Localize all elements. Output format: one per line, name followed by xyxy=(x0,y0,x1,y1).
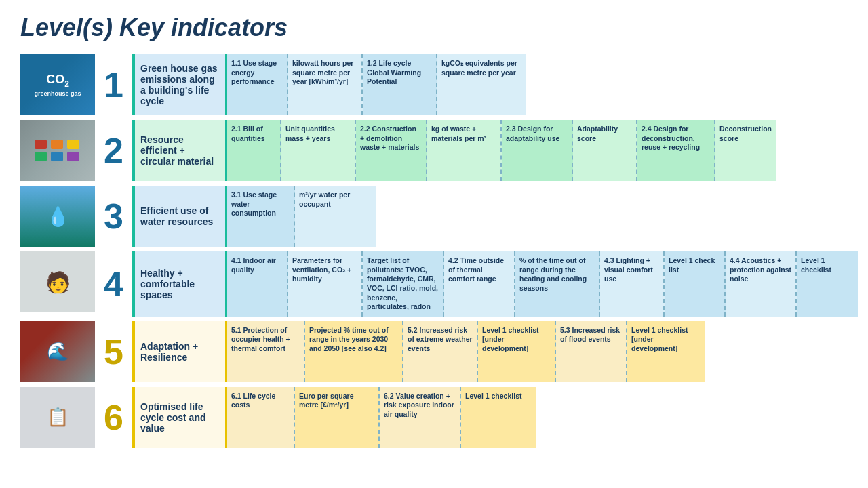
row-number-6: 6 xyxy=(95,387,132,448)
indicator-cell-4-8: Level 1 checklist xyxy=(797,251,858,317)
indicator-cell-5-5: Level 1 checklist [under development] xyxy=(627,321,705,382)
category-4: Healthy + comfortable spaces xyxy=(132,251,227,317)
indicator-cell-2-2: 2.2 Construction + demolition waste + ma… xyxy=(356,120,427,181)
row-number-2: 2 xyxy=(95,120,132,181)
indicators-2: 2.1 Bill of quantitiesUnit quantities ma… xyxy=(227,120,858,181)
indicators-5: 5.1 Protection of occupier health + ther… xyxy=(227,321,858,382)
row-image-5: 🌊 xyxy=(20,321,95,382)
indicator-label: 2.4 Design for deconstruction, reuse + r… xyxy=(642,125,710,152)
indicator-label: Level 1 checklist xyxy=(801,256,854,274)
indicator-cell-6-0: 6.1 Life cycle costs xyxy=(227,387,295,448)
indicator-label: Euro per square metre [€/m²/yr] xyxy=(299,392,374,410)
indicator-cell-2-6: 2.4 Design for deconstruction, reuse + r… xyxy=(637,120,715,181)
indicator-label: 6.2 Value creation + risk exposure Indoo… xyxy=(384,392,456,420)
indicators-table: CO2 greenhouse gas 1Green house gas emis… xyxy=(20,53,858,449)
indicator-label: kg of waste + materials per m² xyxy=(431,125,496,143)
indicator-cell-2-5: Adaptability score xyxy=(573,120,637,181)
page: Level(s) Key indicators CO2 greenhouse g… xyxy=(0,0,868,456)
row-image-1: CO2 greenhouse gas xyxy=(20,54,95,115)
indicators-6: 6.1 Life cycle costsEuro per square metr… xyxy=(227,387,858,448)
indicator-cell-6-1: Euro per square metre [€/m²/yr] xyxy=(295,387,380,448)
row-number-5: 5 xyxy=(95,321,132,382)
table-row-3: 💧 3Efficient use of water resources3.1 U… xyxy=(20,186,858,247)
indicator-cell-4-0: 4.1 Indoor air quality xyxy=(227,251,288,317)
indicator-cell-5-3: Level 1 checklist [under development] xyxy=(478,321,556,382)
indicator-label: 6.1 Life cycle costs xyxy=(231,392,290,410)
indicator-label: Parameters for ventilation, CO₂ + humidi… xyxy=(292,256,357,284)
indicator-label: 4.3 Lighting + visual comfort use xyxy=(604,256,659,284)
indicator-cell-3-1: m³/yr water per occupant xyxy=(295,186,376,247)
table-row-1: CO2 greenhouse gas 1Green house gas emis… xyxy=(20,54,858,115)
indicator-cell-4-4: % of the time out of range during the he… xyxy=(515,251,600,317)
indicators-4: 4.1 Indoor air qualityParameters for ven… xyxy=(227,251,858,317)
row-image-3: 💧 xyxy=(20,186,95,247)
indicator-cell-5-1: Projected % time out of range in the yea… xyxy=(305,321,403,382)
indicator-label: Adaptability score xyxy=(577,125,632,143)
category-1: Green house gas emissions along a buildi… xyxy=(132,54,227,115)
indicators-1: 1.1 Use stage energy performancekilowatt… xyxy=(227,54,858,115)
category-2: Resource efficient + circular material xyxy=(132,120,227,181)
indicator-cell-4-6: Level 1 check list xyxy=(665,251,726,317)
page-title: Level(s) Key indicators xyxy=(20,14,848,42)
row-separator xyxy=(20,318,858,320)
indicator-cell-4-5: 4.3 Lighting + visual comfort use xyxy=(600,251,665,317)
row-image-4: 🧑 xyxy=(20,251,95,317)
indicator-label: kgCO₂ equivalents per square metre per y… xyxy=(441,59,521,77)
category-6: Optimised life cycle cost and value xyxy=(132,387,227,448)
row-number-3: 3 xyxy=(95,186,132,247)
row-separator xyxy=(20,384,858,386)
indicator-cell-2-1: Unit quantities mass + years xyxy=(281,120,356,181)
row-number-1: 1 xyxy=(95,54,132,115)
indicator-label: Target list of pollutants: TVOC, formald… xyxy=(367,256,439,312)
indicator-label: 1.2 Life cycle Global Warming Potential xyxy=(367,59,432,87)
indicator-cell-2-7: Deconstruction score xyxy=(715,120,776,181)
indicator-label: kilowatt hours per square metre per year… xyxy=(292,59,357,87)
indicator-cell-4-2: Target list of pollutants: TVOC, formald… xyxy=(363,251,444,317)
indicator-label: 4.2 Time outside of thermal comfort rang… xyxy=(448,256,510,284)
indicator-cell-1-1: kilowatt hours per square metre per year… xyxy=(288,54,363,115)
indicator-label: 5.2 Increased risk of extreme weather ev… xyxy=(408,326,473,354)
indicator-cell-5-2: 5.2 Increased risk of extreme weather ev… xyxy=(403,321,478,382)
table-row-6: 📋 6Optimised life cycle cost and value6.… xyxy=(20,387,858,448)
indicator-cell-4-3: 4.2 Time outside of thermal comfort rang… xyxy=(444,251,515,317)
indicator-label: 1.1 Use stage energy performance xyxy=(231,59,283,87)
indicator-label: Deconstruction score xyxy=(719,125,772,143)
indicator-cell-4-7: 4.4 Acoustics + protection against noise xyxy=(726,251,797,317)
row-number-4: 4 xyxy=(95,251,132,317)
indicator-label: 5.1 Protection of occupier health + ther… xyxy=(231,326,300,354)
indicator-label: m³/yr water per occupant xyxy=(299,190,372,209)
indicator-label: 5.3 Increased risk of flood events xyxy=(560,326,622,344)
indicator-cell-2-3: kg of waste + materials per m² xyxy=(427,120,502,181)
indicator-label: 2.3 Design for adaptability use xyxy=(506,125,568,143)
table-row-2: 2Resource efficient + circular material2… xyxy=(20,120,858,181)
indicator-label: 4.4 Acoustics + protection against noise xyxy=(730,256,791,284)
indicators-3: 3.1 Use stage water consumptionm³/yr wat… xyxy=(227,186,858,247)
indicator-label: Level 1 check list xyxy=(669,256,720,274)
row-image-6: 📋 xyxy=(20,387,95,448)
indicator-cell-1-2: 1.2 Life cycle Global Warming Potential xyxy=(363,54,437,115)
category-3: Efficient use of water resources xyxy=(132,186,227,247)
indicator-label: % of the time out of range during the he… xyxy=(519,256,595,293)
indicator-cell-4-1: Parameters for ventilation, CO₂ + humidi… xyxy=(288,251,363,317)
indicator-cell-1-3: kgCO₂ equivalents per square metre per y… xyxy=(437,54,526,115)
row-image-2 xyxy=(20,120,95,181)
indicator-label: 2.1 Bill of quantities xyxy=(231,125,276,143)
indicator-label: Level 1 checklist xyxy=(465,392,532,401)
indicator-label: Projected % time out of range in the yea… xyxy=(309,326,398,354)
indicator-label: 3.1 Use stage water consumption xyxy=(231,190,290,218)
indicator-cell-5-4: 5.3 Increased risk of flood events xyxy=(556,321,627,382)
indicator-label: Level 1 checklist [under development] xyxy=(631,326,701,354)
indicator-cell-5-0: 5.1 Protection of occupier health + ther… xyxy=(227,321,305,382)
indicator-label: Level 1 checklist [under development] xyxy=(482,326,551,354)
indicator-label: Unit quantities mass + years xyxy=(285,125,351,143)
indicator-cell-3-0: 3.1 Use stage water consumption xyxy=(227,186,295,247)
row-separator xyxy=(20,182,858,184)
category-5: Adaptation + Resilience xyxy=(132,321,227,382)
indicator-label: 2.2 Construction + demolition waste + ma… xyxy=(360,125,422,152)
table-row-4: 🧑 4Healthy + comfortable spaces4.1 Indoo… xyxy=(20,251,858,317)
row-separator xyxy=(20,117,858,119)
indicator-cell-1-0: 1.1 Use stage energy performance xyxy=(227,54,288,115)
indicator-label: 4.1 Indoor air quality xyxy=(231,256,283,274)
indicator-cell-2-0: 2.1 Bill of quantities xyxy=(227,120,281,181)
indicator-cell-2-4: 2.3 Design for adaptability use xyxy=(502,120,573,181)
